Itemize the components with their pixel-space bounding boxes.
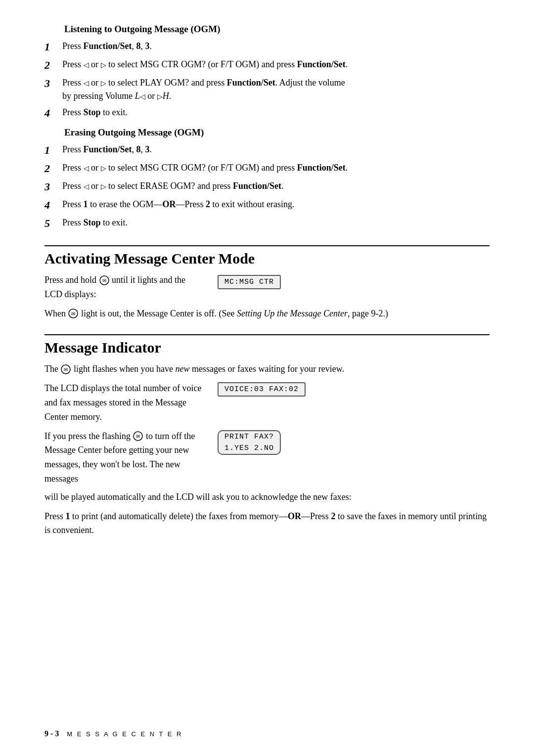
listening-heading: Listening to Outgoing Message (OGM) bbox=[64, 24, 490, 35]
voice-fax-text: The LCD displays the total number of voi… bbox=[44, 383, 201, 422]
activating-para1: Press and hold ✉ until it lights and the… bbox=[44, 273, 490, 302]
erasing-heading: Erasing Outgoing Message (OGM) bbox=[64, 127, 490, 138]
activating-para2: When ✉ light is out, the Message Center … bbox=[44, 307, 490, 321]
listening-steps: 1 Press Function/Set, 8, 3. 2 Press ◁ or… bbox=[44, 40, 490, 121]
lcd-print-fax-line2: 1.YES 2.NO bbox=[218, 443, 281, 455]
svg-text:✉: ✉ bbox=[136, 434, 140, 439]
lcd-mc-msg-ctr: MC:MSG CTR bbox=[218, 275, 281, 289]
lcd-print-fax: PRINT FAX? 1.YES 2.NO bbox=[218, 430, 281, 455]
activating-section: Activating Message Center Mode Press and… bbox=[44, 245, 490, 320]
erasing-step-4: 4 Press 1 to erase the OGM—OR—Press 2 to… bbox=[44, 198, 490, 213]
erasing-step-2: 2 Press ◁ or ▷ to select MSG CTR OGM? (o… bbox=[44, 161, 490, 177]
message-indicator-heading: Message Indicator bbox=[44, 334, 490, 356]
listening-step-2: 2 Press ◁ or ▷ to select MSG CTR OGM? (o… bbox=[44, 58, 490, 73]
message-indicator-section: Message Indicator The ✉ light flashes wh… bbox=[44, 334, 490, 537]
msg-center-icon-2: ✉ bbox=[68, 308, 79, 319]
erasing-section: Erasing Outgoing Message (OGM) 1 Press F… bbox=[44, 127, 490, 231]
listening-section: Listening to Outgoing Message (OGM) 1 Pr… bbox=[44, 24, 490, 121]
svg-text:✉: ✉ bbox=[64, 367, 68, 372]
message-indicator-para1: The ✉ light flashes when you have new me… bbox=[44, 362, 490, 376]
lcd-print-fax-row: If you press the flashing ✉ to turn off … bbox=[44, 429, 490, 486]
lcd-print-fax-line1: PRINT FAX? bbox=[218, 430, 281, 443]
erasing-steps: 1 Press Function/Set, 8, 3. 2 Press ◁ or… bbox=[44, 143, 490, 231]
footer: 9 - 3 M E S S A G E C E N T E R bbox=[44, 729, 490, 738]
svg-text:✉: ✉ bbox=[71, 311, 75, 316]
activating-para1-text: Press and hold ✉ until it lights and the… bbox=[44, 275, 185, 299]
msg-center-icon-4: ✉ bbox=[133, 431, 143, 442]
msg-center-icon-3: ✉ bbox=[60, 364, 71, 375]
listening-step-4: 4 Press Stop to exit. bbox=[44, 106, 490, 121]
message-indicator-para4: Press 1 to print (and automatically dele… bbox=[44, 509, 490, 538]
svg-text:✉: ✉ bbox=[102, 278, 106, 283]
footer-page: 9 - 3 bbox=[44, 729, 59, 738]
lcd-voice-fax: VOICE:03 FAX:02 bbox=[218, 382, 306, 397]
message-indicator-para3-cont: will be played automatically and the LCD… bbox=[44, 490, 490, 504]
print-fax-text: If you press the flashing ✉ to turn off … bbox=[44, 431, 195, 484]
erasing-step-3: 3 Press ◁ or ▷ to select ERASE OGM? and … bbox=[44, 179, 490, 195]
erasing-step-1: 1 Press Function/Set, 8, 3. bbox=[44, 143, 490, 158]
activating-heading: Activating Message Center Mode bbox=[44, 245, 490, 267]
listening-step-1: 1 Press Function/Set, 8, 3. bbox=[44, 40, 490, 55]
msg-center-icon: ✉ bbox=[99, 275, 110, 286]
lcd-voice-fax-row: The LCD displays the total number of voi… bbox=[44, 381, 490, 424]
footer-label: M E S S A G E C E N T E R bbox=[67, 730, 182, 738]
listening-step-3: 3 Press ◁ or ▷ to select PLAY OGM? and p… bbox=[44, 76, 490, 103]
erasing-step-5: 5 Press Stop to exit. bbox=[44, 216, 490, 231]
